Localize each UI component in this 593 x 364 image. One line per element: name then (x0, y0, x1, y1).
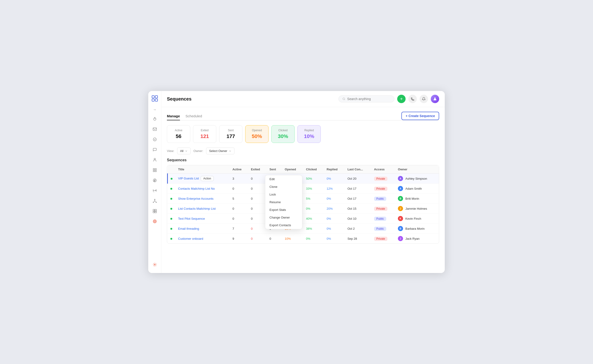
tab-manage[interactable]: Manage (167, 112, 180, 120)
row-access: Private (371, 204, 395, 214)
row-replied: 0% (324, 174, 344, 184)
logo[interactable] (151, 95, 159, 103)
dropdown-item[interactable]: Resume (265, 198, 302, 206)
row-clicked: 5% (303, 194, 324, 204)
phone-button[interactable] (408, 95, 417, 103)
user-avatar[interactable] (431, 95, 439, 103)
row-last-contact: Oct 15 (345, 204, 371, 214)
row-owner: AAdam Smith (395, 184, 439, 194)
svg-rect-16 (153, 209, 155, 211)
replied-value: 0% (327, 197, 331, 200)
sequence-title[interactable]: Show Enterprise Accounts (178, 197, 214, 200)
owner-name: Barbara Morin (405, 227, 425, 230)
table-header-row: Title Active Exited Sent Opened Clicked … (168, 165, 439, 174)
owner-cell: JJack Ryan (398, 236, 436, 241)
owner-filter-label: Owner: (194, 149, 203, 153)
sidebar-item-mail[interactable] (150, 124, 159, 134)
row-title-cell: List Contacts Mailchimp List (175, 204, 229, 214)
sidebar-item-dollar[interactable] (150, 176, 159, 185)
owner-filter-select[interactable]: Select Owner (206, 148, 235, 154)
stat-replied: Replied 10% (297, 125, 321, 143)
svg-rect-17 (155, 209, 156, 211)
sidebar-item-person[interactable] (150, 155, 159, 164)
row-last-contact: Oct 10 (345, 214, 371, 224)
col-opened: Opened (282, 165, 303, 174)
sidebar-item-apps[interactable] (150, 207, 159, 216)
table-row: Email threading70010%38%0%Oct 2PublicBBa… (168, 224, 439, 234)
sidebar-item-sequence[interactable] (150, 217, 159, 226)
dropdown-item[interactable]: Clone (265, 183, 302, 191)
active-indicator (170, 238, 172, 240)
row-active: 0 (229, 214, 248, 224)
sidebar-item-workflow[interactable] (150, 196, 159, 206)
svg-rect-10 (153, 171, 154, 172)
clicked-value: 50% (306, 177, 312, 180)
view-filter-select[interactable]: All (177, 148, 191, 154)
svg-point-13 (154, 199, 155, 200)
svg-point-14 (153, 202, 154, 203)
col-access: Access (371, 165, 395, 174)
opened-value: 10% (285, 237, 291, 240)
owner-name: Kevin Finch (405, 217, 421, 221)
stat-sent-value: 177 (224, 133, 237, 139)
sidebar-item-timer[interactable] (150, 114, 159, 124)
row-active-dot (168, 194, 175, 204)
notification-button[interactable] (420, 95, 428, 103)
expand-arrow[interactable]: → (153, 108, 156, 111)
sequences-table: Title Active Exited Sent Opened Clicked … (167, 165, 439, 244)
dropdown-item[interactable]: Edit (265, 175, 302, 183)
row-clicked: 38% (303, 224, 324, 234)
row-exited: 0 (248, 214, 267, 224)
sequence-title[interactable]: List Contacts Mailchimp List (178, 207, 216, 210)
search-bar[interactable] (338, 95, 394, 102)
stat-sent-label: Sent (224, 129, 237, 132)
row-exited: 0 (248, 204, 267, 214)
dropdown-item[interactable]: Change Owner (265, 214, 302, 221)
stats-row: Active 56 Exited 121 Sent 177 Opened 50%… (167, 125, 439, 143)
owner-cell: BBritt Morin (398, 196, 436, 201)
sequence-title[interactable]: Customer onboard (178, 237, 203, 240)
sidebar-item-chat[interactable] (150, 145, 159, 154)
active-indicator (170, 198, 172, 200)
sidebar-item-check[interactable] (150, 135, 159, 144)
replied-value: 20% (327, 207, 333, 210)
col-exited: Exited (248, 165, 267, 174)
row-replied: 0% (324, 224, 344, 234)
replied-value: 0% (327, 237, 331, 240)
replied-value: 0% (327, 217, 331, 221)
svg-point-15 (156, 202, 156, 203)
sequence-title[interactable]: Contacts Mailchimp List No (178, 187, 215, 190)
create-sequence-button[interactable]: + Create Sequence (401, 112, 439, 120)
sequence-title[interactable]: Email threading (178, 227, 199, 230)
row-clicked: 33% (303, 184, 324, 194)
row-title-cell: Show Enterprise Accounts (175, 194, 229, 204)
dropdown-item[interactable]: Export Stats (265, 206, 302, 214)
owner-avatar: J (398, 236, 403, 241)
svg-rect-19 (155, 211, 156, 213)
sidebar-item-grid[interactable] (150, 165, 159, 175)
search-input[interactable] (347, 97, 391, 101)
stat-exited-label: Exited (198, 129, 211, 132)
action-button[interactable]: Action (201, 176, 214, 181)
add-button[interactable]: + (397, 95, 406, 103)
stat-active-value: 56 (172, 133, 185, 139)
row-owner: BBarbara Morin (395, 224, 439, 234)
view-filter-chevron (185, 150, 188, 152)
sidebar-item-megaphone[interactable] (150, 186, 159, 195)
sidebar-item-settings[interactable] (150, 260, 159, 269)
stat-clicked-value: 30% (276, 133, 290, 139)
sequence-title[interactable]: Text Pilot Sequence (178, 217, 205, 221)
dropdown-item[interactable]: Lock (265, 191, 302, 198)
dropdown-item[interactable]: Export Contacts (265, 221, 302, 229)
access-badge: Private (374, 237, 387, 241)
row-last-contact: Oct 2 (345, 224, 371, 234)
table-row: Text Pilot Sequence00040%40%0%Oct 10Publ… (168, 214, 439, 224)
svg-rect-1 (155, 96, 158, 98)
svg-point-24 (434, 98, 436, 99)
stat-clicked: Clicked 30% (271, 125, 295, 143)
access-badge: Public (374, 227, 386, 231)
owner-cell: KKevin Finch (398, 216, 436, 221)
sequence-title[interactable]: VIP Guests List (178, 177, 199, 180)
row-owner: AAshley Simpson (395, 174, 439, 184)
tab-scheduled[interactable]: Scheduled (186, 112, 202, 120)
